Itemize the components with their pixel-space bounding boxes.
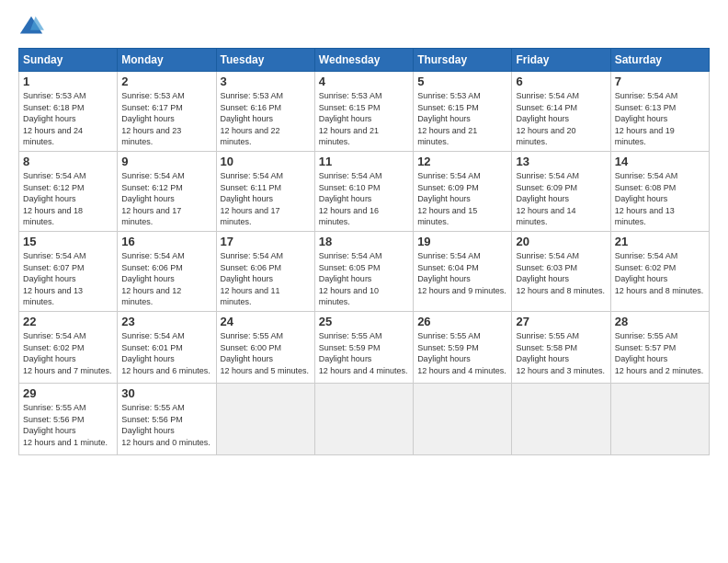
day-number: 17 [221,235,311,248]
day-number: 21 [615,235,705,248]
table-row: 29Sunrise: 5:55 AMSunset: 5:56 PMDayligh… [19,383,118,454]
table-row: 6Sunrise: 5:54 AMSunset: 6:14 PMDaylight… [512,72,610,152]
day-number: 8 [23,155,113,168]
col-monday: Monday [118,49,216,72]
calendar-week-row: 8Sunrise: 5:54 AMSunset: 6:12 PMDaylight… [19,151,710,231]
day-info: Sunrise: 5:54 AMSunset: 6:07 PMDaylight … [23,250,113,308]
day-info: Sunrise: 5:54 AMSunset: 6:03 PMDaylight … [516,250,606,296]
table-row [314,383,413,454]
day-number: 1 [23,75,113,88]
day-info: Sunrise: 5:55 AMSunset: 5:59 PMDaylight … [417,330,507,376]
day-info: Sunrise: 5:55 AMSunset: 5:56 PMDaylight … [23,402,113,448]
day-info: Sunrise: 5:53 AMSunset: 6:15 PMDaylight … [319,90,409,148]
table-row [610,383,709,454]
table-row [414,383,512,454]
table-row: 19Sunrise: 5:54 AMSunset: 6:04 PMDayligh… [414,231,512,311]
col-thursday: Thursday [414,49,512,72]
day-info: Sunrise: 5:53 AMSunset: 6:18 PMDaylight … [23,90,113,148]
table-row [512,383,610,454]
table-row: 2Sunrise: 5:53 AMSunset: 6:17 PMDaylight… [118,72,216,152]
day-info: Sunrise: 5:55 AMSunset: 5:58 PMDaylight … [516,330,606,376]
table-row: 26Sunrise: 5:55 AMSunset: 5:59 PMDayligh… [414,311,512,383]
day-number: 5 [417,75,507,88]
calendar-week-row: 22Sunrise: 5:54 AMSunset: 6:02 PMDayligh… [19,311,710,383]
logo-icon [18,15,44,40]
day-info: Sunrise: 5:55 AMSunset: 5:59 PMDaylight … [319,330,409,376]
day-info: Sunrise: 5:54 AMSunset: 6:09 PMDaylight … [417,170,507,228]
col-tuesday: Tuesday [216,49,314,72]
day-number: 3 [221,75,311,88]
day-number: 30 [121,386,211,400]
day-number: 15 [23,235,113,248]
day-info: Sunrise: 5:54 AMSunset: 6:06 PMDaylight … [121,250,211,308]
day-info: Sunrise: 5:54 AMSunset: 6:08 PMDaylight … [615,170,705,228]
day-number: 16 [121,235,211,248]
day-info: Sunrise: 5:54 AMSunset: 6:02 PMDaylight … [23,330,113,376]
day-info: Sunrise: 5:54 AMSunset: 6:12 PMDaylight … [23,170,113,228]
day-info: Sunrise: 5:54 AMSunset: 6:01 PMDaylight … [121,330,211,376]
day-number: 9 [121,155,211,168]
table-row: 21Sunrise: 5:54 AMSunset: 6:02 PMDayligh… [610,231,709,311]
day-info: Sunrise: 5:54 AMSunset: 6:14 PMDaylight … [516,90,606,148]
day-info: Sunrise: 5:54 AMSunset: 6:12 PMDaylight … [121,170,211,228]
day-number: 18 [319,235,409,248]
day-number: 6 [516,75,606,88]
day-number: 7 [615,75,705,88]
table-row: 18Sunrise: 5:54 AMSunset: 6:05 PMDayligh… [314,231,413,311]
table-row: 14Sunrise: 5:54 AMSunset: 6:08 PMDayligh… [610,151,709,231]
day-info: Sunrise: 5:53 AMSunset: 6:16 PMDaylight … [221,90,311,148]
day-number: 23 [121,315,211,328]
table-row: 24Sunrise: 5:55 AMSunset: 6:00 PMDayligh… [216,311,314,383]
day-info: Sunrise: 5:54 AMSunset: 6:05 PMDaylight … [319,250,409,308]
day-number: 4 [319,75,409,88]
day-number: 14 [615,155,705,168]
table-row: 10Sunrise: 5:54 AMSunset: 6:11 PMDayligh… [216,151,314,231]
day-number: 19 [417,235,507,248]
table-row: 5Sunrise: 5:53 AMSunset: 6:15 PMDaylight… [414,72,512,152]
day-number: 13 [516,155,606,168]
table-row: 16Sunrise: 5:54 AMSunset: 6:06 PMDayligh… [118,231,216,311]
day-number: 27 [516,315,606,328]
day-info: Sunrise: 5:55 AMSunset: 5:56 PMDaylight … [121,402,211,448]
table-row: 3Sunrise: 5:53 AMSunset: 6:16 PMDaylight… [216,72,314,152]
table-row: 27Sunrise: 5:55 AMSunset: 5:58 PMDayligh… [512,311,610,383]
day-number: 28 [615,315,705,328]
table-row: 30Sunrise: 5:55 AMSunset: 5:56 PMDayligh… [118,383,216,454]
day-info: Sunrise: 5:53 AMSunset: 6:15 PMDaylight … [417,90,507,148]
day-number: 25 [319,315,409,328]
day-number: 20 [516,235,606,248]
table-row [216,383,314,454]
col-saturday: Saturday [610,49,709,72]
logo [18,15,48,40]
table-row: 25Sunrise: 5:55 AMSunset: 5:59 PMDayligh… [314,311,413,383]
table-row: 23Sunrise: 5:54 AMSunset: 6:01 PMDayligh… [118,311,216,383]
day-info: Sunrise: 5:54 AMSunset: 6:09 PMDaylight … [516,170,606,228]
day-info: Sunrise: 5:54 AMSunset: 6:11 PMDaylight … [221,170,311,228]
day-info: Sunrise: 5:54 AMSunset: 6:02 PMDaylight … [615,250,705,296]
day-number: 26 [417,315,507,328]
header [18,15,710,40]
calendar-table: Sunday Monday Tuesday Wednesday Thursday… [18,48,710,455]
day-number: 24 [221,315,311,328]
day-info: Sunrise: 5:54 AMSunset: 6:13 PMDaylight … [615,90,705,148]
day-number: 2 [121,75,211,88]
table-row: 20Sunrise: 5:54 AMSunset: 6:03 PMDayligh… [512,231,610,311]
table-row: 8Sunrise: 5:54 AMSunset: 6:12 PMDaylight… [19,151,118,231]
calendar-week-row: 29Sunrise: 5:55 AMSunset: 5:56 PMDayligh… [19,383,710,454]
calendar-header-row: Sunday Monday Tuesday Wednesday Thursday… [19,49,710,72]
col-sunday: Sunday [19,49,118,72]
table-row: 4Sunrise: 5:53 AMSunset: 6:15 PMDaylight… [314,72,413,152]
table-row: 15Sunrise: 5:54 AMSunset: 6:07 PMDayligh… [19,231,118,311]
table-row: 11Sunrise: 5:54 AMSunset: 6:10 PMDayligh… [314,151,413,231]
day-number: 10 [221,155,311,168]
table-row: 12Sunrise: 5:54 AMSunset: 6:09 PMDayligh… [414,151,512,231]
day-info: Sunrise: 5:55 AMSunset: 6:00 PMDaylight … [221,330,311,376]
table-row: 9Sunrise: 5:54 AMSunset: 6:12 PMDaylight… [118,151,216,231]
day-number: 11 [319,155,409,168]
day-info: Sunrise: 5:54 AMSunset: 6:10 PMDaylight … [319,170,409,228]
col-wednesday: Wednesday [314,49,413,72]
day-number: 12 [417,155,507,168]
table-row: 28Sunrise: 5:55 AMSunset: 5:57 PMDayligh… [610,311,709,383]
calendar-week-row: 1Sunrise: 5:53 AMSunset: 6:18 PMDaylight… [19,72,710,152]
day-number: 22 [23,315,113,328]
